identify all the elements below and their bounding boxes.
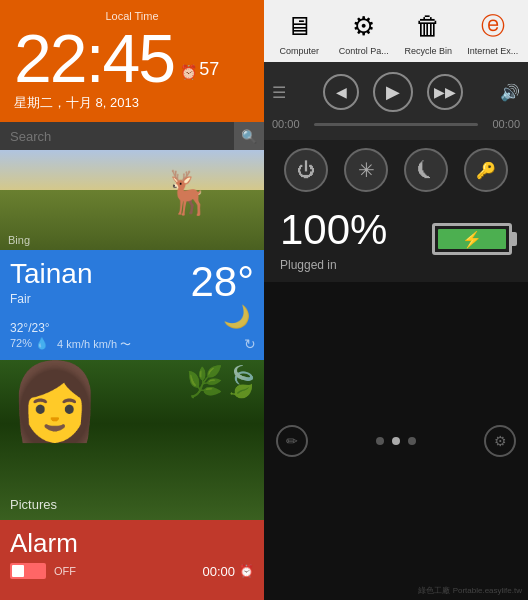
- dot-2: [392, 437, 400, 445]
- battery-area: 100% Plugged in ⚡: [264, 196, 528, 282]
- next-button[interactable]: ▶▶: [427, 74, 463, 110]
- computer-icon: 🖥: [281, 8, 317, 44]
- media-area: ☰ ◀ ▶ ▶▶ 🔊 00:00 00:00: [264, 62, 528, 140]
- alarm-clock-icon: ⏰: [239, 564, 254, 578]
- progress-bar[interactable]: [314, 123, 478, 126]
- search-tile: 🔍: [0, 122, 264, 150]
- bing-sky: [0, 150, 264, 190]
- bottom-settings-icon[interactable]: ⚙: [484, 425, 516, 457]
- computer-label: Computer: [270, 46, 328, 56]
- battery-status: Plugged in: [280, 258, 387, 272]
- battery-body: ⚡: [432, 223, 512, 255]
- dot-1: [376, 437, 384, 445]
- playback-progress-row: 00:00 00:00: [272, 116, 520, 132]
- pictures-leaves: 🌿🍃: [186, 364, 260, 399]
- weather-details: 32°/23° 72% 💧 4 km/h km/h 〜: [10, 321, 254, 352]
- desktop-icon-internet-explorer[interactable]: ⓔ Internet Ex...: [464, 8, 522, 56]
- alarm-toggle-label: OFF: [54, 565, 76, 577]
- pictures-label: Pictures: [10, 497, 57, 512]
- battery-percent-group: 100% Plugged in: [280, 206, 387, 272]
- battery-visual: ⚡: [432, 223, 512, 255]
- desktop-icon-computer[interactable]: 🖥 Computer: [270, 8, 328, 56]
- time-start: 00:00: [272, 118, 308, 130]
- clock-tile: Local Time 22:45 ⏰ 57 星期二，十月 8, 2013: [0, 0, 264, 122]
- volume-button[interactable]: 🔊: [500, 83, 520, 102]
- internet-explorer-label: Internet Ex...: [464, 46, 522, 56]
- bottom-edit-icon[interactable]: ✏: [276, 425, 308, 457]
- recycle-bin-icon: 🗑: [410, 8, 446, 44]
- desktop-icon-recycle-bin[interactable]: 🗑 Recycle Bin: [399, 8, 457, 56]
- alarm-time: 00:00 ⏰: [202, 564, 254, 579]
- desktop-icons-row: 🖥 Computer ⚙ Control Pa... 🗑 Recycle Bin…: [264, 0, 528, 62]
- clock-time: 22:45: [14, 24, 174, 92]
- search-input[interactable]: [0, 122, 264, 150]
- prev-button[interactable]: ◀: [323, 74, 359, 110]
- internet-explorer-icon: ⓔ: [475, 8, 511, 44]
- playback-top-row: ☰ ◀ ▶ ▶▶ 🔊: [272, 70, 520, 116]
- playlist-icon[interactable]: ☰: [272, 83, 286, 102]
- alarm-toggle[interactable]: [10, 563, 46, 579]
- weather-humidity: 72% 💧 4 km/h km/h 〜: [10, 337, 254, 352]
- weather-refresh-icon[interactable]: ↻: [244, 336, 256, 352]
- pictures-face: 👩: [8, 364, 102, 439]
- control-panel-label: Control Pa...: [335, 46, 393, 56]
- dot-3: [408, 437, 416, 445]
- battery-plug-icon: ⚡: [462, 230, 482, 249]
- action-refresh-icon[interactable]: ✳: [344, 148, 388, 192]
- clock-watch-icon: ⏰: [180, 64, 197, 80]
- weather-tile: Tainan Fair 28° 🌙 32°/23° 72% 💧 4 km/h k…: [0, 250, 264, 360]
- battery-percent: 100%: [280, 206, 387, 254]
- humidity-value: 72% 💧: [10, 337, 49, 352]
- watermark: 綠色工廠 Portable.easylife.tw: [418, 585, 522, 596]
- weather-moon-icon: 🌙: [223, 304, 250, 330]
- bing-label: Bing: [8, 234, 30, 246]
- control-panel-icon: ⚙: [346, 8, 382, 44]
- bottom-dots: [376, 437, 416, 445]
- weather-range: 32°/23°: [10, 321, 254, 335]
- weather-temp: 28°: [190, 258, 254, 306]
- bing-tile: 🦌 Bing: [0, 150, 264, 250]
- battery-fill: ⚡: [438, 229, 506, 249]
- search-button[interactable]: 🔍: [234, 122, 264, 150]
- time-end: 00:00: [484, 118, 520, 130]
- toggle-bar[interactable]: [10, 563, 46, 579]
- bottom-area: ✏ ⚙ 綠色工廠 Portable.easylife.tw: [264, 282, 528, 600]
- bing-animal-icon: 🦌: [162, 168, 214, 217]
- bing-ground: [0, 190, 264, 250]
- clock-date: 星期二，十月 8, 2013: [14, 94, 250, 112]
- play-button[interactable]: ▶: [373, 72, 413, 112]
- action-icons-row: ⏻ ✳ ⏾ 🔑: [264, 140, 528, 196]
- recycle-bin-label: Recycle Bin: [399, 46, 457, 56]
- alarm-tile: Alarm OFF 00:00 ⏰: [0, 520, 264, 600]
- action-power-icon[interactable]: ⏻: [284, 148, 328, 192]
- alarm-row: OFF 00:00 ⏰: [10, 563, 254, 579]
- desktop-icon-control-panel[interactable]: ⚙ Control Pa...: [335, 8, 393, 56]
- action-key-icon[interactable]: 🔑: [464, 148, 508, 192]
- pictures-bg: 👩 🌿🍃: [0, 360, 264, 520]
- clock-seconds: 57: [199, 59, 219, 80]
- alarm-title: Alarm: [10, 528, 254, 559]
- pictures-tile[interactable]: 👩 🌿🍃 Pictures: [0, 360, 264, 520]
- wind-value: 4 km/h km/h 〜: [57, 337, 131, 352]
- action-shutdown-icon[interactable]: ⏾: [404, 148, 448, 192]
